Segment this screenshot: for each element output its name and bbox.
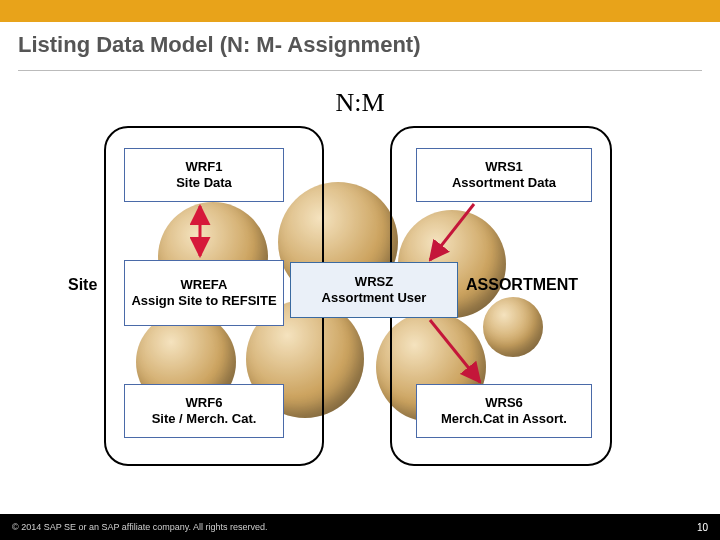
footer-bar: © 2014 SAP SE or an SAP affiliate compan… [0,514,720,540]
relation-label: N:M [0,88,720,118]
site-label: Site [68,276,97,294]
box-desc: Merch.Cat in Assort. [421,411,587,427]
box-desc: Assortment User [295,290,453,306]
assortment-label: ASSORTMENT [466,276,578,294]
box-wrf1: WRF1 Site Data [124,148,284,202]
box-code: WRSZ [295,274,453,290]
box-wrefa: WREFA Assign Site to REFSITE [124,260,284,326]
box-wrs1: WRS1 Assortment Data [416,148,592,202]
box-desc: Assign Site to REFSITE [129,293,279,309]
box-wrsz: WRSZ Assortment User [290,262,458,318]
page-title: Listing Data Model (N: M- Assignment) [0,22,720,66]
page-number: 10 [697,522,708,533]
box-desc: Assortment Data [421,175,587,191]
copyright-text: © 2014 SAP SE or an SAP affiliate compan… [12,522,268,532]
box-desc: Site / Merch. Cat. [129,411,279,427]
box-code: WRS6 [421,395,587,411]
diagram-stage: N:M Site ASSORTMENT WRF1 Site Data WREFA… [0,86,720,512]
box-wrs6: WRS6 Merch.Cat in Assort. [416,384,592,438]
brand-top-bar [0,0,720,22]
box-code: WREFA [129,277,279,293]
box-code: WRF1 [129,159,279,175]
box-desc: Site Data [129,175,279,191]
box-code: WRS1 [421,159,587,175]
box-code: WRF6 [129,395,279,411]
box-wrf6: WRF6 Site / Merch. Cat. [124,384,284,438]
divider [18,70,702,71]
